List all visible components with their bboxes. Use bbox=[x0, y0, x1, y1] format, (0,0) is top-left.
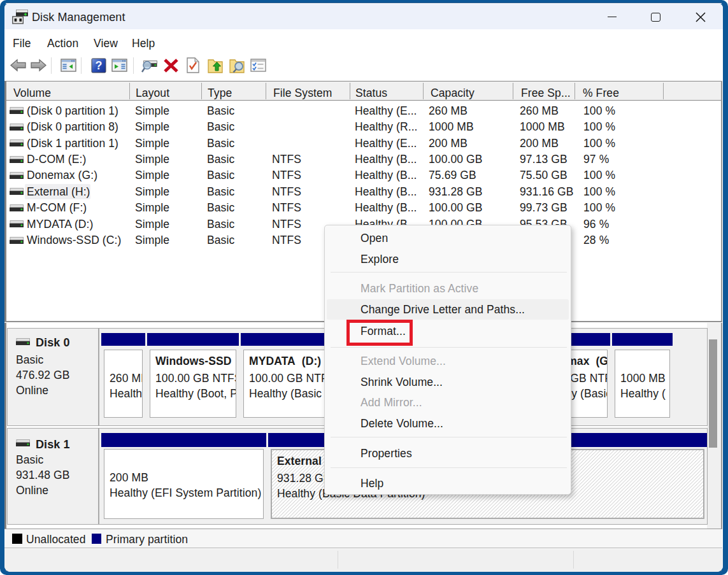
svg-text:?: ? bbox=[96, 59, 103, 72]
